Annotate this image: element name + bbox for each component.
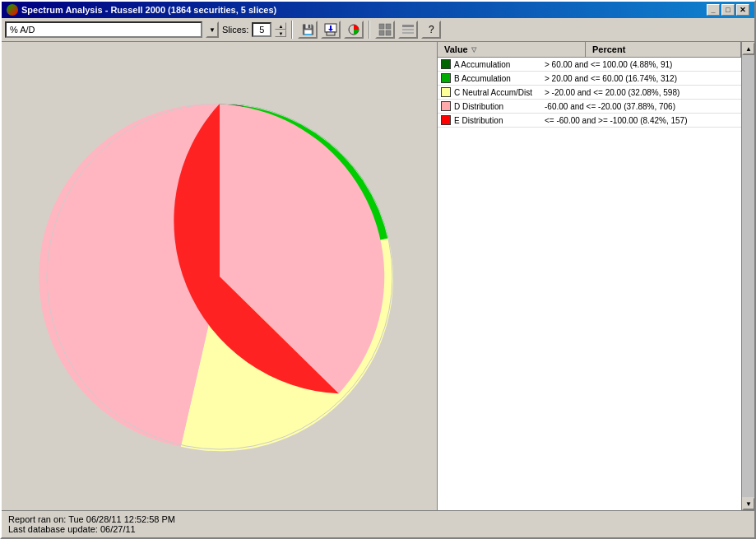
legend-row-name: B Accumulation [454,74,545,83]
slices-spinner[interactable]: ▲ ▼ [275,22,286,37]
minimize-button[interactable]: _ [707,4,720,16]
color-swatch [441,101,451,111]
main-window: Spectrum Analysis - Russell 2000 (1864 s… [0,0,756,539]
svg-rect-5 [379,24,384,29]
legend-row-value: <= -60.00 and >= -100.00 (8.42%, 157) [545,116,738,125]
spin-down[interactable]: ▼ [275,30,286,37]
table-button[interactable] [398,21,418,39]
legend-panel: Value ▽ Percent A Accumulation> 60.00 an… [437,42,741,510]
scroll-track[interactable] [742,55,754,497]
legend-row[interactable]: C Neutral Accum/Dist> -20.00 and <= 20.0… [438,86,741,100]
help-button[interactable]: ? [421,21,441,39]
title-bar: Spectrum Analysis - Russell 2000 (1864 s… [2,2,754,18]
report-ran-text: Report ran on: Tue 06/28/11 12:52:58 PM [8,514,748,524]
toolbar: % A/D ▼ Slices: 5 ▲ ▼ 💾 [2,18,754,42]
svg-rect-11 [402,32,414,34]
legend-row[interactable]: E Distribution<= -60.00 and >= -100.00 (… [438,114,741,128]
svg-rect-1 [327,32,335,35]
chart-type-icon [347,23,360,36]
export-button[interactable] [321,21,341,39]
table-icon [401,23,415,36]
legend-row-value: > -20.00 and <= 20.00 (32.08%, 598) [545,88,738,97]
svg-rect-10 [402,29,414,30]
slices-input[interactable]: 5 [252,22,271,37]
color-swatch [441,87,451,97]
toolbar-separator-2 [369,21,370,39]
app-icon [7,4,18,16]
main-area: Value ▽ Percent A Accumulation> 60.00 an… [2,42,754,510]
dropdown-arrow[interactable]: ▼ [206,21,219,38]
content-area: Value ▽ Percent A Accumulation> 60.00 an… [2,42,741,510]
title-controls[interactable]: _ □ ✕ [707,4,749,16]
toolbar-separator-1 [291,21,293,39]
legend-row[interactable]: D Distribution-60.00 and <= -20.00 (37.8… [438,100,741,114]
maximize-button[interactable]: □ [721,4,735,16]
svg-rect-7 [379,30,384,35]
svg-rect-6 [386,24,391,29]
legend-row-name: D Distribution [454,102,545,111]
sort-icon-value: ▽ [471,46,476,53]
slices-label: Slices: [222,25,248,35]
export-icon [324,23,337,36]
color-swatch [441,73,451,83]
legend-row-value: > 20.00 and <= 60.00 (16.74%, 312) [545,74,738,83]
legend-header: Value ▽ Percent [438,42,741,58]
legend-rows: A Accumulation> 60.00 and <= 100.00 (4.8… [438,58,741,510]
col-percent[interactable]: Percent [586,42,741,57]
color-swatch [441,115,451,125]
svg-rect-8 [386,30,391,35]
scrollbar[interactable]: ▲ ▼ [741,42,754,510]
spin-up[interactable]: ▲ [275,22,286,30]
legend-row-value: -60.00 and <= -20.00 (37.88%, 706) [545,102,738,111]
legend-row-name: C Neutral Accum/Dist [454,88,545,97]
window-title: Spectrum Analysis - Russell 2000 (1864 s… [21,5,276,15]
legend-row[interactable]: B Accumulation> 20.00 and <= 60.00 (16.7… [438,72,741,86]
close-button[interactable]: ✕ [736,4,749,16]
col-value[interactable]: Value ▽ [438,42,586,57]
indicator-dropdown[interactable]: % A/D [5,21,202,38]
scroll-up-button[interactable]: ▲ [742,42,754,55]
legend-row-value: > 60.00 and <= 100.00 (4.88%, 91) [545,60,738,69]
chart-area [2,42,437,510]
color-swatch [441,59,451,69]
grid-icon [378,23,392,36]
legend-row[interactable]: A Accumulation> 60.00 and <= 100.00 (4.8… [438,58,741,72]
dropdown-value: % A/D [10,25,35,35]
scroll-down-button[interactable]: ▼ [742,497,754,510]
last-update-text: Last database update: 06/27/11 [8,524,748,534]
svg-rect-9 [402,25,414,27]
title-bar-left: Spectrum Analysis - Russell 2000 (1864 s… [7,4,276,16]
legend-row-name: A Accumulation [454,60,545,69]
grid-button[interactable] [375,21,395,39]
status-bar: Report ran on: Tue 06/28/11 12:52:58 PM … [2,510,754,537]
legend-row-name: E Distribution [454,116,545,125]
pie-svg [22,79,417,474]
chart-type-button[interactable] [344,21,364,39]
pie-chart [22,79,417,474]
save-button[interactable]: 💾 [298,21,318,39]
